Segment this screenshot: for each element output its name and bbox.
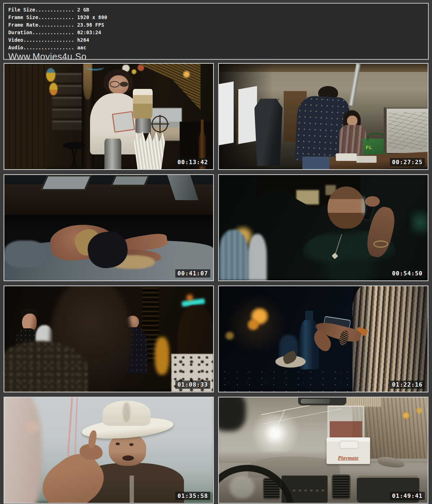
rearview-mirror xyxy=(298,397,346,405)
foreground-hand-blur xyxy=(23,420,40,432)
wood-planks xyxy=(4,64,46,169)
foreground-blur xyxy=(4,397,42,504)
blender-base xyxy=(135,118,151,133)
wetsuit xyxy=(255,99,283,166)
dark-corner-blur xyxy=(218,397,246,431)
hand xyxy=(365,196,380,207)
plate-with-shell xyxy=(275,356,306,367)
takeout-containers xyxy=(336,153,357,161)
shelf-shadow xyxy=(4,215,213,232)
tshirt-print xyxy=(112,111,135,132)
fishing-line xyxy=(67,397,73,456)
cabin-window xyxy=(219,81,234,145)
screenshot-grid: 00:13:42 FL 00:27:25 xyxy=(0,63,432,504)
movie-screenshot-8-truck-dashboard: Playmate 01:49:41 xyxy=(218,397,428,504)
bracelet xyxy=(373,240,388,248)
timestamp-badge: 01:08:33 xyxy=(175,381,210,389)
woman-face xyxy=(347,116,357,126)
movie-screenshot-3-sleeping-cabin: 00:41:07 xyxy=(4,174,214,281)
info-line-frame-rate: Frame Rate............ 23.98 FPS xyxy=(8,21,428,29)
info-line-file-size: File Size............. 2 GB xyxy=(8,6,428,14)
movie-screenshot-1-tiki-bar: 00:13:42 xyxy=(4,63,214,170)
air-vent xyxy=(332,474,350,500)
pillow xyxy=(4,240,46,268)
neon-sign xyxy=(86,64,104,70)
lantern-light xyxy=(416,407,422,414)
cooler-brand-text: Playmate xyxy=(327,455,370,461)
blender-jar xyxy=(133,89,153,120)
timestamp-badge: 00:27:25 xyxy=(390,158,425,166)
site-watermark: Www.Movies4u.So xyxy=(8,52,428,61)
buoy xyxy=(49,83,58,95)
eyeglasses xyxy=(110,81,120,87)
info-line-frame-size: Frame Size............ 1920 x 800 xyxy=(8,14,428,21)
sun-flare xyxy=(246,414,304,452)
movie-screenshot-6-bar-counter: 01:22:16 xyxy=(218,285,428,392)
buoy xyxy=(46,68,55,82)
info-line-duration: Duration.............. 02:03:24 xyxy=(8,29,428,36)
orange-dress-person xyxy=(155,337,170,375)
dust-reflection xyxy=(229,476,255,499)
cowboy-hat-crown xyxy=(103,401,150,426)
hanging-lamp xyxy=(183,70,190,78)
open-mouth xyxy=(122,455,134,461)
timestamp-badge: 01:35:58 xyxy=(175,492,210,500)
timestamp-badge: 00:41:07 xyxy=(175,269,210,278)
background-person xyxy=(248,234,267,280)
timestamp-badge: 00:54:50 xyxy=(390,269,425,278)
movie-screenshot-7-white-hat-man: 01:35:58 xyxy=(4,397,214,504)
ship-wheel xyxy=(152,116,168,132)
movie-screenshot-5-crowded-bar: 01:08:33 xyxy=(4,285,214,392)
playmate-cooler: Playmate xyxy=(327,437,370,464)
timestamp-badge: 00:13:42 xyxy=(175,158,210,166)
green-glow xyxy=(411,204,428,240)
bag-print-text: FL xyxy=(366,145,372,150)
plaid-shirt xyxy=(339,125,366,157)
info-line-audio-codec: Audio................. aac xyxy=(8,44,428,51)
info-line-video-codec: Video................. h264 xyxy=(8,36,428,44)
cabin-window xyxy=(111,175,150,186)
movie-screenshot-4-phone-call: 00:54:50 xyxy=(218,174,428,281)
background-person xyxy=(219,230,248,280)
cocktail-shaker xyxy=(104,139,121,169)
media-info-sheet: File Size............. 2 GB Frame Size..… xyxy=(0,3,432,504)
stool-legs xyxy=(65,148,84,169)
bearded-man-head xyxy=(328,186,365,229)
timestamp-badge: 01:49:41 xyxy=(390,492,425,500)
light-bokeh xyxy=(247,319,260,330)
fishing-line xyxy=(74,397,78,463)
glass-shelves xyxy=(52,73,86,132)
scratched-window xyxy=(384,107,428,153)
lantern-light xyxy=(402,411,410,419)
cabin-window xyxy=(41,175,92,190)
timestamp-badge: 01:22:16 xyxy=(390,381,425,389)
cabin-window xyxy=(237,86,257,144)
movie-screenshot-2-boat-cabin: FL 00:27:25 xyxy=(218,63,428,170)
plastic-bag xyxy=(328,406,365,439)
media-info-panel: File Size............. 2 GB Frame Size..… xyxy=(3,3,429,60)
